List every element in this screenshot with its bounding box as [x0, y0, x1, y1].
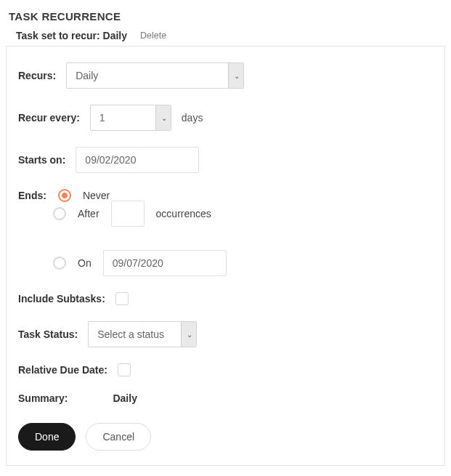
radio-on[interactable] — [53, 257, 66, 270]
subtitle-row: Task set to recur: Daily Delete — [6, 30, 445, 46]
starts-on-row: Starts on: — [18, 147, 433, 173]
include-subtasks-row: Include Subtasks: — [18, 292, 433, 305]
recur-every-select-wrap: 1 ⌄ — [90, 105, 171, 131]
recurs-label: Recurs: — [18, 70, 56, 81]
relative-due-date-label: Relative Due Date: — [18, 364, 107, 376]
relative-due-date-row: Relative Due Date: — [18, 363, 433, 376]
summary-label: Summary: — [18, 392, 68, 404]
recurs-row: Recurs: Daily ⌄ — [18, 62, 433, 89]
include-subtasks-label: Include Subtasks: — [18, 293, 105, 304]
recurs-select-wrap: Daily ⌄ — [66, 62, 244, 89]
ends-section: Ends: Never After occurrences On — [18, 189, 433, 276]
days-suffix: days — [182, 112, 203, 124]
delete-link[interactable]: Delete — [140, 31, 166, 41]
ends-on-label: On — [78, 257, 92, 269]
task-status-row: Task Status: Select a status ⌄ — [18, 321, 433, 347]
starts-on-label: Starts on: — [18, 154, 65, 166]
recurs-select[interactable]: Daily — [66, 62, 244, 89]
ends-on-option[interactable]: On — [53, 250, 433, 276]
ends-after-count-input[interactable] — [111, 201, 145, 227]
ends-after-label: After — [78, 208, 99, 219]
page-title: TASK RECURRENCE — [6, 6, 445, 30]
recur-every-select[interactable]: 1 — [90, 105, 171, 131]
ends-after-suffix: occurrences — [156, 208, 211, 219]
starts-on-input[interactable] — [76, 147, 199, 173]
task-status-label: Task Status: — [18, 328, 78, 340]
ends-on-date-input[interactable] — [103, 250, 227, 276]
done-button[interactable]: Done — [18, 423, 76, 451]
cancel-button[interactable]: Cancel — [86, 423, 151, 451]
include-subtasks-checkbox[interactable] — [115, 292, 129, 305]
task-status-select[interactable]: Select a status — [88, 321, 197, 347]
relative-due-date-checkbox[interactable] — [118, 363, 131, 376]
ends-never-label: Never — [83, 190, 110, 201]
summary-value: Daily — [113, 392, 137, 404]
radio-after[interactable] — [53, 207, 66, 220]
summary-row: Summary: Daily — [18, 392, 433, 404]
recur-every-label: Recur every: — [18, 112, 80, 124]
ends-label: Ends: — [18, 190, 46, 201]
recurrence-panel: Recurs: Daily ⌄ Recur every: 1 ⌄ days St… — [6, 46, 445, 466]
ends-after-option[interactable]: After occurrences — [53, 201, 433, 227]
button-row: Done Cancel — [18, 423, 433, 451]
recurrence-subtitle: Task set to recur: Daily — [16, 30, 127, 41]
task-status-select-wrap: Select a status ⌄ — [88, 321, 197, 347]
recur-every-row: Recur every: 1 ⌄ days — [18, 105, 433, 131]
